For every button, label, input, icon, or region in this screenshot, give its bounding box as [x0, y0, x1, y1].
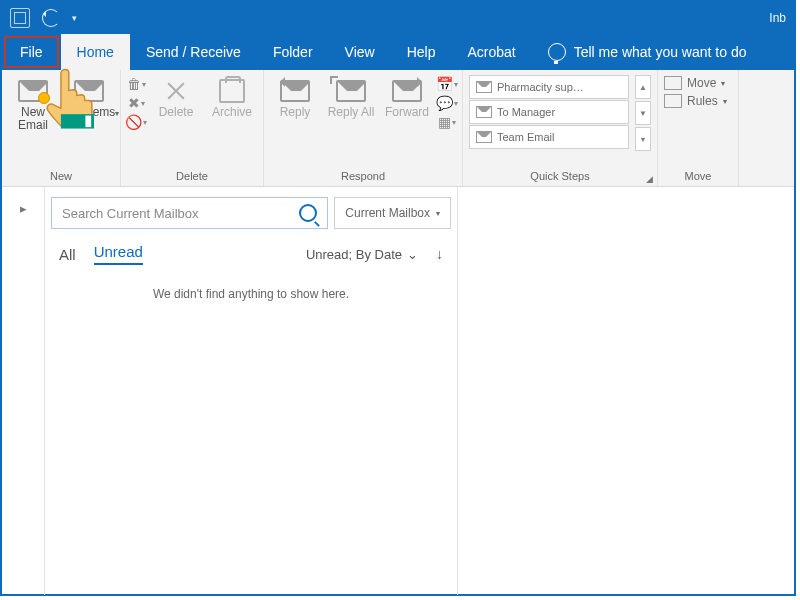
lightbulb-icon — [548, 43, 566, 61]
message-list-pane: Search Current Mailbox Current Mailbox ▾… — [45, 187, 458, 595]
search-placeholder: Search Current Mailbox — [62, 206, 199, 221]
archive-label: Archive — [212, 106, 252, 119]
rules-icon — [664, 94, 682, 108]
delete-button[interactable]: Delete — [151, 74, 201, 119]
envelope-small-icon — [476, 131, 492, 143]
forward-label: Forward — [385, 106, 429, 119]
tab-home[interactable]: Home — [61, 34, 130, 70]
title-bar: ▾ Inb — [2, 2, 794, 34]
reply-button[interactable]: Reply — [270, 74, 320, 119]
search-scope-dropdown[interactable]: Current Mailbox ▾ — [334, 197, 451, 229]
reply-all-button[interactable]: Reply All — [326, 74, 376, 119]
envelope-new-icon — [18, 80, 48, 102]
reply-label: Reply — [280, 106, 311, 119]
im-icon[interactable]: 💬▾ — [438, 95, 456, 111]
quick-steps-down[interactable]: ▼ — [635, 101, 651, 125]
tab-view[interactable]: View — [329, 34, 391, 70]
new-email-button[interactable]: New Email — [8, 74, 58, 132]
ignore-icon[interactable]: 🗑▾ — [127, 76, 145, 92]
folder-pane-collapsed[interactable]: ▸ — [2, 187, 45, 595]
reply-icon — [280, 80, 310, 102]
tab-folder[interactable]: Folder — [257, 34, 329, 70]
search-icon[interactable] — [299, 204, 317, 222]
quick-step-item[interactable]: Team Email — [469, 125, 629, 149]
ribbon: New Email New Items▾ New 🗑▾ ✖▾ 🚫▾ Delete — [2, 70, 794, 187]
reading-pane — [458, 187, 794, 595]
folder-icon — [664, 76, 682, 90]
tab-send-receive[interactable]: Send / Receive — [130, 34, 257, 70]
move-button[interactable]: Move▾ — [664, 76, 732, 90]
group-respond-label: Respond — [270, 168, 456, 184]
window-title: Inb — [769, 11, 786, 25]
tab-acrobat[interactable]: Acrobat — [451, 34, 531, 70]
more-respond-icon[interactable]: ▦▾ — [438, 114, 456, 130]
forward-button[interactable]: Forward — [382, 74, 432, 119]
chevron-down-icon: ▾ — [436, 209, 440, 218]
filter-all[interactable]: All — [59, 246, 76, 263]
junk-icon[interactable]: 🚫▾ — [127, 114, 145, 130]
tell-me-label: Tell me what you want to do — [574, 44, 747, 60]
chevron-right-icon: ▸ — [20, 201, 27, 216]
search-scope-label: Current Mailbox — [345, 206, 430, 220]
envelope-icon — [74, 80, 104, 102]
chevron-down-icon: ⌄ — [407, 247, 418, 262]
forward-icon — [392, 80, 422, 102]
ribbon-tabs: File Home Send / Receive Folder View Hel… — [2, 34, 794, 70]
dialog-launcher-icon[interactable]: ◢ — [646, 174, 653, 184]
envelope-small-icon — [476, 81, 492, 93]
new-items-button[interactable]: New Items▾ — [64, 74, 114, 119]
group-new: New Email New Items▾ New — [2, 70, 121, 186]
group-move: Move▾ Rules▾ Move — [658, 70, 739, 186]
quick-steps-up[interactable]: ▲ — [635, 75, 651, 99]
quick-step-item[interactable]: To Manager — [469, 100, 629, 124]
quick-steps-more[interactable]: ▾ — [635, 127, 651, 151]
delete-label: Delete — [159, 106, 194, 119]
sort-dropdown[interactable]: Unread; By Date ⌄ — [306, 247, 418, 262]
filter-unread[interactable]: Unread — [94, 243, 143, 265]
group-delete-label: Delete — [127, 168, 257, 184]
reply-all-label: Reply All — [328, 106, 375, 119]
group-respond: Reply Reply All Forward 📅▾ 💬▾ ▦▾ Respond — [264, 70, 463, 186]
meeting-icon[interactable]: 📅▾ — [438, 76, 456, 92]
archive-box-icon — [219, 79, 245, 103]
tab-file[interactable]: File — [4, 36, 59, 68]
group-quick-steps-label: Quick Steps — [469, 168, 651, 184]
group-quick-steps: Pharmacity sup… To Manager Team Email ▲ … — [463, 70, 658, 186]
tell-me[interactable]: Tell me what you want to do — [532, 34, 763, 70]
archive-button[interactable]: Archive — [207, 74, 257, 119]
rules-button[interactable]: Rules▾ — [664, 94, 732, 108]
reply-all-icon — [336, 80, 366, 102]
search-input[interactable]: Search Current Mailbox — [51, 197, 328, 229]
sort-direction-button[interactable]: ↓ — [436, 246, 443, 262]
envelope-small-icon — [476, 106, 492, 118]
delete-x-icon — [165, 80, 187, 102]
new-email-label: New Email — [8, 106, 58, 132]
group-new-label: New — [8, 168, 114, 184]
group-move-label: Move — [664, 168, 732, 184]
undo-icon[interactable] — [42, 9, 60, 27]
quick-step-item[interactable]: Pharmacity sup… — [469, 75, 629, 99]
app-icon — [10, 8, 30, 28]
group-delete: 🗑▾ ✖▾ 🚫▾ Delete Archive Delete — [121, 70, 264, 186]
clean-up-icon[interactable]: ✖▾ — [127, 95, 145, 111]
qat-dropdown-icon[interactable]: ▾ — [72, 13, 77, 23]
empty-state-text: We didn't find anything to show here. — [51, 287, 451, 301]
tab-help[interactable]: Help — [391, 34, 452, 70]
